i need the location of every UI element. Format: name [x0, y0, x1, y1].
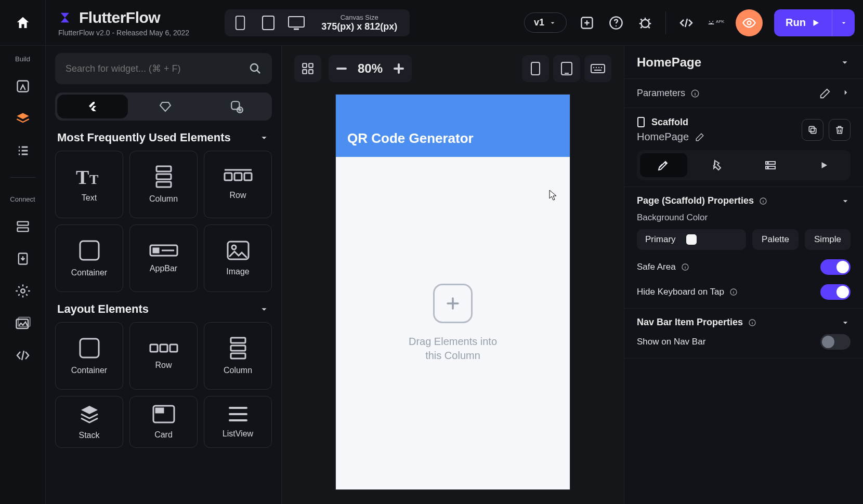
chevron-down-icon: [840, 19, 848, 27]
safe-area-toggle[interactable]: [820, 259, 851, 275]
element-container[interactable]: Container: [55, 224, 123, 292]
svg-rect-46: [336, 68, 347, 70]
tab-flutter[interactable]: [57, 95, 128, 118]
svg-text:T: T: [76, 166, 89, 187]
tab-custom[interactable]: [201, 92, 272, 121]
svg-rect-27: [244, 173, 252, 180]
element-row[interactable]: Row: [204, 151, 272, 218]
show-navbar-toggle[interactable]: [820, 334, 851, 350]
add-page-button[interactable]: [578, 14, 596, 32]
section-header-layout[interactable]: Layout Elements: [57, 302, 270, 316]
params-forward-button[interactable]: [841, 88, 851, 99]
color-primary-chip[interactable]: Primary: [637, 229, 746, 250]
delete-button[interactable]: [829, 119, 851, 141]
preview-phone-button[interactable]: [522, 55, 549, 82]
bug-report-button[interactable]: [636, 14, 654, 32]
tab-backend[interactable]: [747, 153, 794, 177]
canvas-appbar[interactable]: QR Code Generator: [336, 95, 570, 157]
svg-rect-37: [231, 338, 245, 343]
hide-keyboard-label: Hide Keyboard on Tap: [637, 287, 724, 297]
device-phone-button[interactable]: [230, 12, 251, 33]
zoom-in-button[interactable]: [386, 63, 412, 74]
svg-rect-26: [234, 173, 242, 180]
code-view-button[interactable]: [677, 14, 695, 32]
eye-icon: [742, 16, 756, 30]
rail-database-button[interactable]: [14, 218, 32, 235]
svg-point-14: [21, 289, 25, 293]
hide-keyboard-toggle[interactable]: [820, 284, 851, 300]
device-tablet-button[interactable]: [258, 12, 279, 33]
rail-settings-button[interactable]: [14, 282, 32, 300]
tab-animations[interactable]: [800, 153, 847, 177]
chevron-down-icon: [258, 303, 270, 315]
rail-layers-button[interactable]: [14, 110, 32, 127]
rail-code-button[interactable]: [14, 347, 32, 364]
help-button[interactable]: [607, 14, 625, 32]
info-icon: [681, 263, 689, 271]
home-icon: [15, 15, 31, 31]
svg-point-32: [232, 245, 236, 249]
widget-search-input[interactable]: [66, 63, 249, 74]
element-listview[interactable]: ListView: [204, 396, 272, 448]
version-label: v1: [534, 17, 544, 28]
preview-tablet-button[interactable]: [553, 55, 580, 82]
info-icon: [690, 89, 700, 98]
chevron-down-icon[interactable]: [840, 196, 851, 206]
svg-point-59: [767, 167, 768, 168]
element-image[interactable]: Image: [204, 224, 272, 292]
play-icon: [811, 18, 820, 28]
info-icon: [729, 288, 738, 296]
tab-premium[interactable]: [130, 92, 201, 121]
version-dropdown[interactable]: v1: [524, 12, 567, 33]
canvas-drop-hint: Drag Elements into this Column: [409, 335, 497, 363]
edit-name-button[interactable]: [695, 132, 704, 142]
run-button-group: Run: [774, 9, 855, 36]
separator: [665, 11, 666, 34]
section-header-mfu[interactable]: Most Frequently Used Elements: [57, 131, 270, 144]
chevron-down-icon[interactable]: [839, 57, 851, 68]
simple-button[interactable]: Simple: [805, 229, 851, 250]
device-canvas[interactable]: QR Code Generator Drag Elements into thi…: [336, 95, 570, 489]
home-button[interactable]: [0, 0, 46, 46]
svg-rect-54: [811, 128, 816, 133]
palette-button[interactable]: Palette: [752, 229, 799, 250]
widget-search[interactable]: [55, 53, 272, 84]
svg-text:T: T: [89, 172, 98, 187]
parameters-label: Parameters: [637, 88, 685, 99]
svg-rect-45: [309, 70, 313, 74]
element-column-2[interactable]: Column: [204, 322, 272, 390]
properties-tabs: [637, 150, 851, 180]
element-column[interactable]: Column: [129, 151, 198, 218]
rail-media-button[interactable]: [14, 314, 32, 332]
section-title-layout: Layout Elements: [57, 302, 149, 316]
element-row-2[interactable]: Row: [129, 322, 198, 390]
svg-rect-28: [80, 241, 99, 260]
edit-params-button[interactable]: [819, 88, 831, 99]
apk-download-button[interactable]: APK: [707, 14, 724, 32]
svg-point-5: [616, 25, 617, 26]
rail-tree-button[interactable]: [14, 142, 32, 160]
svg-rect-24: [156, 182, 171, 187]
chevron-down-icon[interactable]: [840, 317, 851, 328]
run-dropdown[interactable]: [832, 9, 855, 36]
element-stack[interactable]: Stack: [55, 396, 123, 448]
tab-actions[interactable]: [694, 153, 741, 177]
svg-rect-41: [156, 408, 163, 413]
element-card[interactable]: Card: [129, 396, 198, 448]
svg-point-8: [712, 22, 713, 23]
preview-button[interactable]: [736, 9, 763, 36]
rail-widgets-button[interactable]: [14, 77, 32, 95]
copy-button[interactable]: [802, 119, 823, 141]
left-rail: Build Connect: [0, 46, 46, 504]
zoom-out-button[interactable]: [329, 68, 355, 70]
element-appbar[interactable]: AppBar: [129, 224, 198, 292]
keyboard-toggle-button[interactable]: [584, 55, 611, 82]
run-button[interactable]: Run: [774, 17, 832, 29]
canvas-screenshot-button[interactable]: [294, 55, 321, 82]
tab-design[interactable]: [640, 153, 687, 177]
device-desktop-button[interactable]: [286, 12, 307, 33]
element-container-2[interactable]: Container: [55, 322, 123, 390]
canvas-body-column[interactable]: Drag Elements into this Column: [336, 157, 570, 489]
rail-download-button[interactable]: [14, 250, 32, 268]
element-text[interactable]: TTText: [55, 151, 123, 218]
